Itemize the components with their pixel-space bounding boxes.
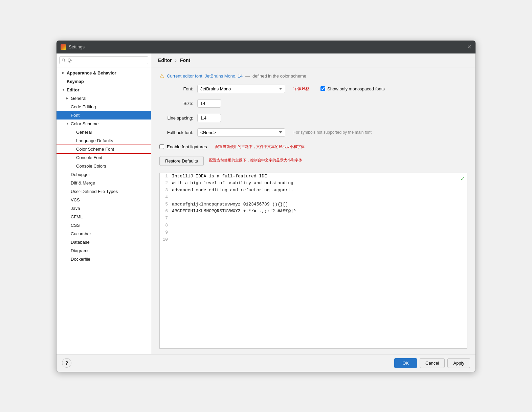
sidebar-item-language-defaults[interactable]: Language Defaults	[57, 136, 151, 145]
line-spacing-input[interactable]	[197, 114, 221, 122]
restore-row: Restore Defaults 配置当前使用的主题下，控制台中文字的显示大小和…	[159, 155, 467, 166]
line-content: abcdefghijklmnopqrstuvwxyz 0123456789 ()…	[172, 201, 288, 208]
sidebar-tree: ▶ Appearance & Behavior Keymap ▼ Editor …	[57, 67, 151, 354]
line-number: 3	[161, 187, 172, 194]
breadcrumb: Editor › Font	[151, 53, 475, 67]
preview-line: 1IntelliJ IDEA is a full-featured IDE	[160, 173, 467, 180]
size-row: Size:	[159, 99, 467, 108]
warning-icon: ⚠	[159, 73, 164, 79]
sidebar-item-cs-general[interactable]: General	[57, 128, 151, 136]
sidebar-item-diagrams[interactable]: Diagrams	[57, 246, 151, 255]
preview-area: ✓ 1IntelliJ IDEA is a full-featured IDE2…	[159, 173, 467, 349]
line-number: 8	[161, 222, 172, 229]
sidebar-item-editor[interactable]: ▼ Editor	[57, 86, 151, 94]
window-title: Settings	[69, 44, 85, 49]
title-bar-left: Settings	[61, 44, 85, 50]
preview-line: 3advanced code editing and refactoring s…	[160, 187, 467, 194]
sidebar-item-console-font[interactable]: Console Font	[57, 153, 151, 162]
help-button[interactable]: ?	[62, 358, 71, 368]
sidebar-item-debugger[interactable]: Debugger	[57, 170, 151, 179]
line-number: 4	[161, 194, 172, 201]
settings-dialog: Settings ✕ ▶ Appearance & Behavior Keyma…	[56, 40, 476, 372]
ok-button[interactable]: OK	[394, 358, 417, 368]
triangle-icon: ▼	[62, 88, 65, 91]
sidebar-item-cfml[interactable]: CFML	[57, 213, 151, 221]
preview-line: 6ABCDEFGHIJKLMNOPQRSTUVWXYZ +-*/= .,;:!?…	[160, 208, 467, 215]
line-number: 2	[161, 180, 172, 187]
dialog-body: ▶ Appearance & Behavior Keymap ▼ Editor …	[57, 53, 475, 354]
sidebar-item-color-scheme[interactable]: ▼ Color Scheme	[57, 120, 151, 128]
sidebar-item-user-defined[interactable]: User-Defined File Types	[57, 187, 151, 196]
main-area: ⚠ Current editor font: JetBrains Mono, 1…	[151, 67, 475, 354]
preview-line: 4	[160, 194, 467, 201]
line-number: 6	[161, 208, 172, 215]
triangle-icon: ▶	[66, 96, 69, 100]
ligatures-checkbox[interactable]	[159, 144, 164, 149]
ligatures-row: Enable font ligatures 配置当前使用的主题下，文件中文本的显…	[159, 144, 467, 149]
sidebar-item-css[interactable]: CSS	[57, 221, 151, 230]
annotation3-text: 配置当前使用的主题下，文件中文本的显示大小和字体	[215, 144, 305, 149]
sidebar: ▶ Appearance & Behavior Keymap ▼ Editor …	[57, 53, 151, 354]
sidebar-item-java[interactable]: Java	[57, 204, 151, 213]
font-label: Font:	[159, 86, 193, 91]
search-area	[57, 53, 151, 67]
annotation4-text: 配置当前使用的主题下，控制台中文字的显示大小和字体	[209, 158, 302, 163]
annotation-font-style: 字体风格	[293, 86, 310, 92]
preview-line: 7	[160, 215, 467, 222]
size-input[interactable]	[197, 99, 221, 108]
sidebar-item-diff-merge[interactable]: Diff & Merge	[57, 179, 151, 187]
sidebar-item-general[interactable]: ▶ General	[57, 94, 151, 103]
info-suffix: defined in the color scheme	[252, 73, 306, 79]
line-spacing-label: Line spacing:	[159, 115, 193, 121]
sidebar-item-database[interactable]: Database	[57, 238, 151, 246]
font-control-group: JetBrains Mono Consolas Courier New 字体风格	[197, 85, 310, 93]
restore-defaults-button[interactable]: Restore Defaults	[159, 156, 204, 166]
line-content: with a high level of usability and outst…	[172, 180, 293, 187]
bottom-bar: ? OK Cancel Apply	[57, 354, 475, 372]
triangle-icon: ▶	[62, 71, 65, 74]
preview-line: 10	[160, 236, 467, 243]
apply-button[interactable]: Apply	[447, 358, 470, 368]
sidebar-item-cucumber[interactable]: Cucumber	[57, 230, 151, 238]
line-number: 7	[161, 215, 172, 222]
breadcrumb-editor: Editor	[158, 58, 172, 63]
line-content: advanced code editing and refactoring su…	[172, 187, 293, 194]
info-separator: —	[245, 73, 250, 79]
app-icon	[61, 44, 66, 50]
fallback-label: Fallback font:	[159, 130, 193, 135]
close-button[interactable]: ✕	[467, 44, 471, 50]
sidebar-item-vcs[interactable]: VCS	[57, 196, 151, 204]
sidebar-item-console-colors[interactable]: Console Colors	[57, 162, 151, 170]
fallback-hint: For symbols not supported by the main fo…	[293, 130, 372, 135]
sidebar-item-color-scheme-font[interactable]: Color Scheme Font	[57, 145, 151, 153]
fallback-row: Fallback font: <None> For symbols not su…	[159, 128, 467, 137]
sidebar-item-font[interactable]: Font	[57, 111, 151, 120]
line-spacing-row: Line spacing:	[159, 114, 467, 122]
sidebar-item-dockerfile[interactable]: Dockerfile	[57, 255, 151, 263]
action-buttons: OK Cancel Apply	[394, 358, 470, 368]
info-banner: ⚠ Current editor font: JetBrains Mono, 1…	[159, 73, 467, 79]
breadcrumb-separator: ›	[175, 58, 178, 63]
sidebar-item-appearance[interactable]: ▶ Appearance & Behavior	[57, 69, 151, 77]
triangle-icon: ▼	[66, 122, 69, 125]
fallback-dropdown[interactable]: <None>	[197, 128, 285, 137]
line-content: ABCDEFGHIJKLMNOPQRSTUVWXYZ +-*/= .,;:!? …	[172, 208, 296, 215]
font-link[interactable]: Current editor font: JetBrains Mono, 14	[167, 73, 243, 79]
show-mono-row: Show only monospaced fonts	[320, 86, 385, 91]
ligatures-label: Enable font ligatures	[167, 144, 207, 149]
content-panel: Editor › Font ⚠ Current editor font: Jet…	[151, 53, 475, 354]
size-label: Size:	[159, 101, 193, 106]
show-mono-checkbox[interactable]	[320, 86, 325, 91]
cancel-button[interactable]: Cancel	[420, 358, 445, 368]
title-bar: Settings ✕	[57, 41, 475, 53]
breadcrumb-font: Font	[180, 58, 190, 63]
preview-line: 5abcdefghijklmnopqrstuvwxyz 0123456789 (…	[160, 201, 467, 208]
sidebar-item-keymap[interactable]: Keymap	[57, 77, 151, 86]
font-dropdown[interactable]: JetBrains Mono Consolas Courier New	[197, 85, 285, 93]
line-number: 10	[161, 236, 172, 243]
sidebar-item-code-editing[interactable]: Code Editing 配置IDEA文件中文本的显示大小	[57, 103, 151, 111]
search-input[interactable]	[59, 56, 148, 64]
preview-line: 9	[160, 229, 467, 236]
preview-line: 2with a high level of usability and outs…	[160, 180, 467, 187]
preview-line: 8	[160, 222, 467, 229]
